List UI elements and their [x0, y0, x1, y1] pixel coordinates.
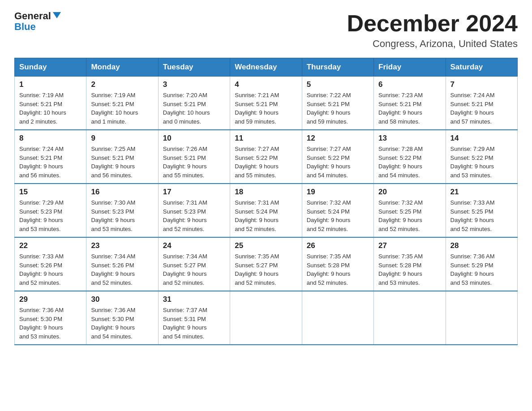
day-number: 9	[91, 134, 153, 143]
day-info: Sunrise: 7:24 AMSunset: 5:21 PMDaylight:…	[19, 145, 82, 180]
day-info: Sunrise: 7:21 AMSunset: 5:21 PMDaylight:…	[235, 91, 297, 126]
table-row: 15Sunrise: 7:29 AMSunset: 5:23 PMDayligh…	[15, 184, 86, 237]
calendar-table: Sunday Monday Tuesday Wednesday Thursday…	[14, 58, 518, 345]
day-number: 25	[235, 241, 297, 250]
table-row: 12Sunrise: 7:27 AMSunset: 5:22 PMDayligh…	[302, 130, 373, 184]
day-info: Sunrise: 7:27 AMSunset: 5:22 PMDaylight:…	[235, 145, 297, 180]
calendar-week-row: 22Sunrise: 7:33 AMSunset: 5:26 PMDayligh…	[15, 237, 518, 291]
day-number: 14	[450, 134, 513, 143]
header-monday: Monday	[86, 58, 158, 77]
calendar-week-row: 1Sunrise: 7:19 AMSunset: 5:21 PMDaylight…	[15, 77, 518, 130]
table-row: 13Sunrise: 7:28 AMSunset: 5:22 PMDayligh…	[374, 130, 446, 184]
day-number: 11	[235, 134, 297, 143]
day-number: 16	[91, 188, 153, 197]
day-info: Sunrise: 7:30 AMSunset: 5:23 PMDaylight:…	[91, 198, 153, 233]
table-row: 19Sunrise: 7:32 AMSunset: 5:24 PMDayligh…	[302, 184, 373, 237]
day-number: 13	[378, 134, 441, 143]
day-info: Sunrise: 7:25 AMSunset: 5:21 PMDaylight:…	[91, 145, 153, 180]
table-row: 4Sunrise: 7:21 AMSunset: 5:21 PMDaylight…	[230, 77, 302, 130]
day-number: 27	[378, 241, 441, 250]
table-row	[302, 291, 373, 345]
day-number: 22	[19, 241, 82, 250]
header-tuesday: Tuesday	[158, 58, 230, 77]
day-info: Sunrise: 7:34 AMSunset: 5:27 PMDaylight:…	[163, 252, 225, 287]
day-number: 10	[163, 134, 225, 143]
calendar-week-row: 8Sunrise: 7:24 AMSunset: 5:21 PMDaylight…	[15, 130, 518, 184]
table-row: 1Sunrise: 7:19 AMSunset: 5:21 PMDaylight…	[15, 77, 86, 130]
header-wednesday: Wednesday	[230, 58, 302, 77]
table-row: 30Sunrise: 7:36 AMSunset: 5:30 PMDayligh…	[86, 291, 158, 345]
day-number: 28	[450, 241, 513, 250]
day-number: 4	[235, 80, 297, 89]
logo-blue: Blue	[14, 21, 36, 32]
day-info: Sunrise: 7:36 AMSunset: 5:30 PMDaylight:…	[91, 306, 153, 341]
day-number: 31	[163, 295, 225, 304]
day-number: 8	[19, 134, 82, 143]
day-info: Sunrise: 7:29 AMSunset: 5:22 PMDaylight:…	[450, 145, 513, 180]
day-number: 18	[235, 188, 297, 197]
day-number: 26	[307, 241, 369, 250]
header-sunday: Sunday	[15, 58, 86, 77]
day-info: Sunrise: 7:19 AMSunset: 5:21 PMDaylight:…	[19, 91, 82, 126]
table-row: 2Sunrise: 7:19 AMSunset: 5:21 PMDaylight…	[86, 77, 158, 130]
day-number: 29	[19, 295, 82, 304]
page-subtitle: Congress, Arizona, United States	[347, 38, 518, 50]
day-info: Sunrise: 7:32 AMSunset: 5:24 PMDaylight:…	[307, 198, 369, 233]
day-info: Sunrise: 7:37 AMSunset: 5:31 PMDaylight:…	[163, 306, 225, 341]
logo-triangle-icon	[53, 12, 61, 18]
table-row: 10Sunrise: 7:26 AMSunset: 5:21 PMDayligh…	[158, 130, 230, 184]
table-row: 7Sunrise: 7:24 AMSunset: 5:21 PMDaylight…	[446, 77, 517, 130]
table-row	[446, 291, 517, 345]
table-row: 3Sunrise: 7:20 AMSunset: 5:21 PMDaylight…	[158, 77, 230, 130]
day-number: 19	[307, 188, 369, 197]
day-number: 17	[163, 188, 225, 197]
table-row: 23Sunrise: 7:34 AMSunset: 5:26 PMDayligh…	[86, 237, 158, 291]
logo-general: General	[14, 11, 51, 21]
table-row: 18Sunrise: 7:31 AMSunset: 5:24 PMDayligh…	[230, 184, 302, 237]
day-info: Sunrise: 7:24 AMSunset: 5:21 PMDaylight:…	[450, 91, 513, 126]
table-row: 8Sunrise: 7:24 AMSunset: 5:21 PMDaylight…	[15, 130, 86, 184]
day-info: Sunrise: 7:28 AMSunset: 5:22 PMDaylight:…	[378, 145, 441, 180]
day-number: 5	[307, 80, 369, 89]
day-info: Sunrise: 7:20 AMSunset: 5:21 PMDaylight:…	[163, 91, 225, 126]
day-number: 21	[450, 188, 513, 197]
table-row: 31Sunrise: 7:37 AMSunset: 5:31 PMDayligh…	[158, 291, 230, 345]
day-info: Sunrise: 7:26 AMSunset: 5:21 PMDaylight:…	[163, 145, 225, 180]
table-row: 25Sunrise: 7:35 AMSunset: 5:27 PMDayligh…	[230, 237, 302, 291]
table-row: 11Sunrise: 7:27 AMSunset: 5:22 PMDayligh…	[230, 130, 302, 184]
logo: General Blue	[14, 11, 61, 32]
table-row: 20Sunrise: 7:32 AMSunset: 5:25 PMDayligh…	[374, 184, 446, 237]
table-row: 22Sunrise: 7:33 AMSunset: 5:26 PMDayligh…	[15, 237, 86, 291]
table-row: 21Sunrise: 7:33 AMSunset: 5:25 PMDayligh…	[446, 184, 517, 237]
day-info: Sunrise: 7:19 AMSunset: 5:21 PMDaylight:…	[91, 91, 153, 126]
table-row: 27Sunrise: 7:35 AMSunset: 5:28 PMDayligh…	[374, 237, 446, 291]
header-thursday: Thursday	[302, 58, 373, 77]
day-number: 2	[91, 80, 153, 89]
calendar-week-row: 29Sunrise: 7:36 AMSunset: 5:30 PMDayligh…	[15, 291, 518, 345]
day-info: Sunrise: 7:29 AMSunset: 5:23 PMDaylight:…	[19, 198, 82, 233]
table-row	[374, 291, 446, 345]
day-info: Sunrise: 7:36 AMSunset: 5:29 PMDaylight:…	[450, 252, 513, 287]
header-saturday: Saturday	[446, 58, 517, 77]
day-info: Sunrise: 7:31 AMSunset: 5:24 PMDaylight:…	[235, 198, 297, 233]
day-number: 7	[450, 80, 513, 89]
table-row: 16Sunrise: 7:30 AMSunset: 5:23 PMDayligh…	[86, 184, 158, 237]
day-number: 15	[19, 188, 82, 197]
day-info: Sunrise: 7:31 AMSunset: 5:23 PMDaylight:…	[163, 198, 225, 233]
day-number: 23	[91, 241, 153, 250]
day-number: 6	[378, 80, 441, 89]
day-info: Sunrise: 7:33 AMSunset: 5:26 PMDaylight:…	[19, 252, 82, 287]
table-row: 24Sunrise: 7:34 AMSunset: 5:27 PMDayligh…	[158, 237, 230, 291]
table-row: 9Sunrise: 7:25 AMSunset: 5:21 PMDaylight…	[86, 130, 158, 184]
header-friday: Friday	[374, 58, 446, 77]
header: General Blue December 2024 Congress, Ari…	[14, 11, 518, 50]
table-row: 14Sunrise: 7:29 AMSunset: 5:22 PMDayligh…	[446, 130, 517, 184]
day-number: 3	[163, 80, 225, 89]
day-info: Sunrise: 7:23 AMSunset: 5:21 PMDaylight:…	[378, 91, 441, 126]
table-row: 17Sunrise: 7:31 AMSunset: 5:23 PMDayligh…	[158, 184, 230, 237]
day-info: Sunrise: 7:34 AMSunset: 5:26 PMDaylight:…	[91, 252, 153, 287]
title-block: December 2024 Congress, Arizona, United …	[347, 11, 518, 50]
page-title: December 2024	[347, 11, 518, 36]
day-number: 24	[163, 241, 225, 250]
calendar-header-row: Sunday Monday Tuesday Wednesday Thursday…	[15, 58, 518, 77]
